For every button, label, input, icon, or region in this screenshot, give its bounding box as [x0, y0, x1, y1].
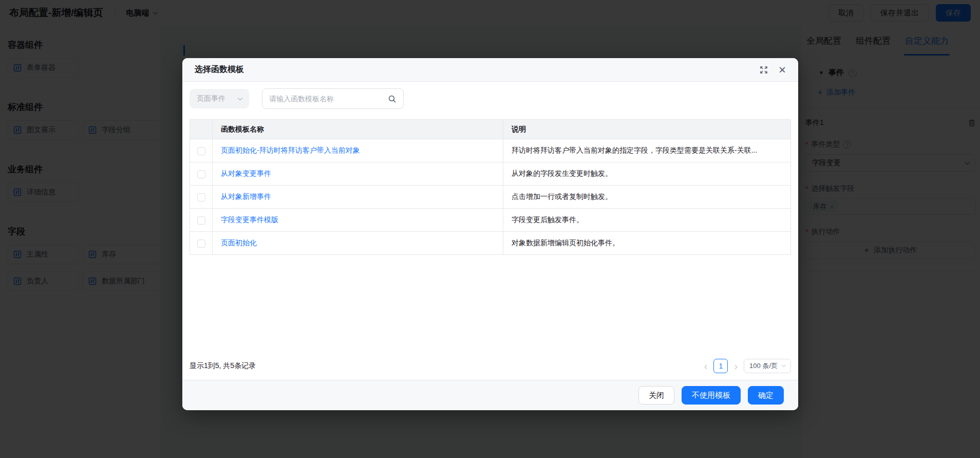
dialog-title: 选择函数模板: [195, 64, 244, 75]
template-name-link[interactable]: 字段变更事件模版: [221, 215, 278, 224]
template-table: 函数模板名称 说明 页面初始化-拜访时将拜访客户带入当前对象 拜访时将拜访客户带…: [190, 119, 791, 255]
dialog-header: 选择函数模板 ×: [182, 58, 798, 82]
select-all-header-cell: [190, 120, 213, 139]
template-name-link[interactable]: 从对象新增事件: [221, 192, 271, 200]
close-icon[interactable]: ×: [779, 64, 786, 76]
table-row: 字段变更事件模版 字段变更后触发事件。: [190, 209, 791, 232]
column-header-name: 函数模板名称: [213, 120, 503, 139]
table-row: 从对象新增事件 点击增加一行或者复制时触发。: [190, 186, 791, 209]
template-desc: 字段变更后触发事件。: [503, 209, 791, 232]
row-checkbox[interactable]: [197, 170, 205, 178]
dialog-footer: 关闭 不使用模板 确定: [182, 380, 798, 410]
confirm-button[interactable]: 确定: [748, 386, 784, 405]
template-name-link[interactable]: 页面初始化: [221, 239, 257, 247]
event-category-value: 页面事件: [197, 94, 225, 103]
pagination-summary: 显示1到5, 共5条记录: [190, 361, 256, 371]
table-header-row: 函数模板名称 说明: [190, 120, 791, 139]
pagination: 显示1到5, 共5条记录 ‹ 1 › 100 条/页: [190, 359, 791, 373]
search-input[interactable]: [269, 95, 384, 103]
row-checkbox[interactable]: [197, 193, 205, 201]
prev-page-icon[interactable]: ‹: [703, 361, 709, 371]
dialog-toolbar: 页面事件: [182, 82, 798, 109]
page-size-value: 100 条/页: [749, 361, 778, 371]
pagination-controls: ‹ 1 › 100 条/页: [703, 359, 791, 373]
select-function-template-dialog: 选择函数模板 × 页面事件: [182, 58, 798, 410]
close-button[interactable]: 关闭: [638, 386, 674, 405]
page-size-select[interactable]: 100 条/页: [744, 359, 791, 373]
page-number-button[interactable]: 1: [713, 359, 728, 373]
table-row: 从对象变更事件 从对象的字段发生变更时触发。: [190, 162, 791, 186]
row-checkbox[interactable]: [197, 216, 205, 225]
table-row: 页面初始化 对象数据新增编辑页初始化事件。: [190, 232, 791, 255]
chevron-down-icon: [782, 363, 786, 367]
fullscreen-icon[interactable]: [759, 65, 768, 75]
search-icon[interactable]: [388, 95, 397, 103]
dialog-header-icons: ×: [759, 64, 786, 76]
template-desc: 从对象的字段发生变更时触发。: [503, 162, 791, 186]
no-template-button[interactable]: 不使用模板: [682, 386, 741, 405]
row-checkbox[interactable]: [197, 240, 205, 248]
template-name-link[interactable]: 从对象变更事件: [221, 169, 271, 177]
dialog-body: 函数模板名称 说明 页面初始化-拜访时将拜访客户带入当前对象 拜访时将拜访客户带…: [182, 109, 798, 380]
template-search-box: [262, 88, 404, 109]
template-name-link[interactable]: 页面初始化-拜访时将拜访客户带入当前对象: [221, 146, 360, 154]
event-category-select[interactable]: 页面事件: [190, 89, 249, 108]
table-row: 页面初始化-拜访时将拜访客户带入当前对象 拜访时将拜访客户带入当前对象的指定字段…: [190, 139, 791, 162]
chevron-down-icon: [238, 95, 243, 100]
template-desc: 拜访时将拜访客户带入当前对象的指定字段，字段类型需要是关联关系-关联...: [503, 139, 791, 162]
template-desc: 对象数据新增编辑页初始化事件。: [503, 232, 791, 255]
column-header-desc: 说明: [503, 120, 791, 139]
row-checkbox[interactable]: [197, 147, 205, 155]
next-page-icon[interactable]: ›: [733, 361, 739, 371]
template-desc: 点击增加一行或者复制时触发。: [503, 186, 791, 209]
